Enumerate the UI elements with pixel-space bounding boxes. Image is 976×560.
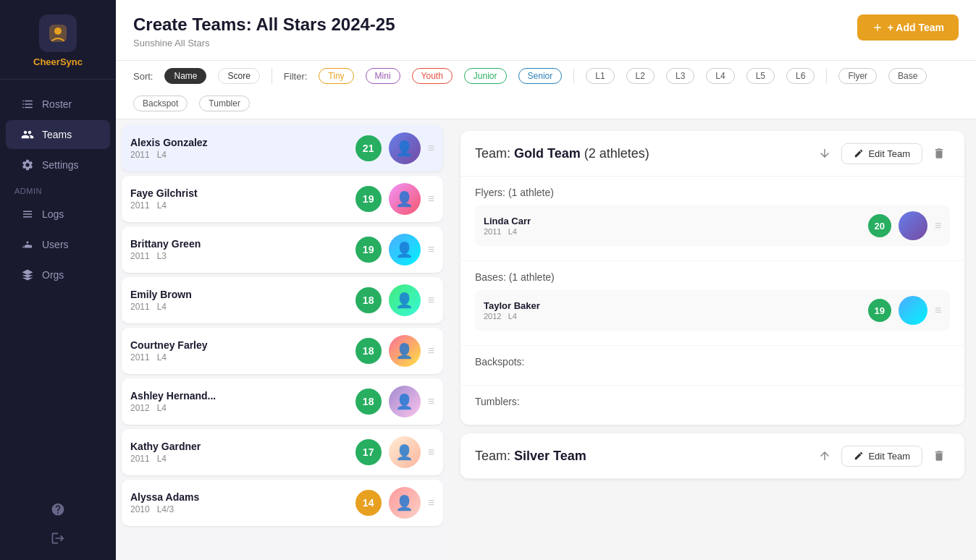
logs-icon bbox=[20, 207, 35, 221]
sort-name-btn[interactable]: Name bbox=[164, 68, 206, 84]
score-badge: 18 bbox=[356, 287, 382, 313]
drag-handle[interactable]: ≡ bbox=[428, 243, 434, 256]
athlete-name: Alyssa Adams bbox=[130, 491, 348, 503]
edit-team-button[interactable]: Edit Team bbox=[841, 446, 922, 467]
drag-handle[interactable]: ≡ bbox=[428, 192, 434, 205]
avatar: 👤 bbox=[389, 335, 421, 367]
team-arrow-btn[interactable] bbox=[814, 143, 836, 164]
position-athlete-name: Linda Carr bbox=[484, 216, 861, 226]
athlete-info: Alyssa Adams 2010 L4/3 bbox=[130, 491, 348, 514]
position-title: Backspots: bbox=[475, 356, 950, 368]
position-athlete: Linda Carr 2011 L4 20 ≡ bbox=[475, 205, 950, 246]
filter-base[interactable]: Base bbox=[888, 68, 927, 84]
drag-handle[interactable]: ≡ bbox=[428, 395, 434, 408]
team-title: Team: Silver Team bbox=[475, 449, 814, 464]
filter-flyer[interactable]: Flyer bbox=[838, 68, 877, 84]
team-card: Team: Silver Team Edit Team bbox=[460, 433, 964, 479]
drag-handle[interactable]: ≡ bbox=[428, 446, 434, 459]
filter-tiny[interactable]: Tiny bbox=[319, 68, 353, 84]
athlete-name: Emily Brown bbox=[130, 289, 348, 300]
filter-l1[interactable]: L1 bbox=[586, 68, 614, 84]
orgs-icon bbox=[20, 268, 35, 282]
filter-bar: Sort: Name Score Filter: Tiny Mini Youth… bbox=[116, 61, 976, 119]
score-badge: 19 bbox=[356, 186, 382, 212]
list-icon bbox=[20, 97, 35, 111]
sort-score-btn[interactable]: Score bbox=[218, 68, 259, 84]
help-button[interactable] bbox=[6, 496, 110, 522]
drag-handle[interactable]: ≡ bbox=[935, 304, 941, 317]
filter-l2[interactable]: L2 bbox=[626, 68, 655, 84]
avatar: 👤 bbox=[389, 386, 421, 417]
delete-team-button[interactable] bbox=[928, 143, 950, 164]
athlete-info: Emily Brown 2011 L4 bbox=[130, 289, 348, 312]
sidebar-item-logs[interactable]: Logs bbox=[6, 200, 110, 229]
athlete-card[interactable]: Alexis Gonzalez 2011 L4 21 👤 ≡ bbox=[122, 125, 443, 171]
teams-icon bbox=[20, 127, 35, 142]
filter-junior[interactable]: Junior bbox=[464, 68, 507, 84]
athlete-card[interactable]: Ashley Hernand... 2012 L4 18 👤 ≡ bbox=[122, 378, 443, 425]
sort-label: Sort: bbox=[133, 71, 153, 82]
position-athlete-name: Taylor Baker bbox=[484, 300, 861, 311]
filter-l6[interactable]: L6 bbox=[786, 68, 815, 84]
score-badge: 19 bbox=[356, 237, 382, 263]
sidebar-item-settings[interactable]: Settings bbox=[6, 150, 110, 179]
drag-handle[interactable]: ≡ bbox=[428, 496, 434, 509]
athlete-meta: 2011 L4 bbox=[130, 352, 348, 362]
avatar: 👤 bbox=[389, 183, 421, 215]
position-title: Flyers: (1 athlete) bbox=[475, 187, 950, 198]
filter-youth[interactable]: Youth bbox=[412, 68, 453, 84]
athlete-card[interactable]: Emily Brown 2011 L4 18 👤 ≡ bbox=[122, 277, 443, 323]
delete-team-button[interactable] bbox=[928, 445, 950, 467]
content-area: Alexis Gonzalez 2011 L4 21 👤 ≡ Faye Gilc… bbox=[116, 119, 976, 560]
avatar: 👤 bbox=[389, 132, 421, 164]
team-arrow-btn[interactable] bbox=[814, 445, 836, 467]
logo-icon bbox=[39, 14, 77, 52]
position-section: Bases: (1 athlete) Taylor Baker 2012 L4 … bbox=[460, 261, 964, 346]
divider2 bbox=[573, 69, 574, 83]
position-section: Backspots: bbox=[460, 346, 964, 386]
drag-handle[interactable]: ≡ bbox=[428, 344, 434, 357]
athlete-name: Faye Gilchrist bbox=[130, 187, 348, 199]
filter-l4[interactable]: L4 bbox=[706, 68, 734, 84]
sidebar-item-label: Teams bbox=[42, 129, 72, 140]
score-badge: 20 bbox=[868, 214, 891, 237]
filter-tumbler[interactable]: Tumbler bbox=[199, 96, 250, 111]
athlete-card[interactable]: Faye Gilchrist 2011 L4 19 👤 ≡ bbox=[122, 176, 443, 222]
athlete-card[interactable]: Kathy Gardner 2011 L4 17 👤 ≡ bbox=[122, 429, 443, 475]
page-header: Create Teams: All Stars 2024-25 Sunshine… bbox=[116, 0, 976, 61]
team-actions: Edit Team bbox=[814, 445, 950, 467]
team-title: Team: Gold Team (2 athletes) bbox=[475, 146, 814, 161]
drag-handle[interactable]: ≡ bbox=[935, 219, 941, 232]
athlete-name: Alexis Gonzalez bbox=[130, 137, 348, 148]
sidebar-item-users[interactable]: Users bbox=[6, 230, 110, 259]
sidebar-item-label: Logs bbox=[42, 208, 64, 220]
athlete-name: Brittany Green bbox=[130, 238, 348, 250]
team-header: Team: Silver Team Edit Team bbox=[460, 433, 964, 479]
athlete-card[interactable]: Brittany Green 2011 L3 19 👤 ≡ bbox=[122, 226, 443, 273]
athlete-info: Brittany Green 2011 L3 bbox=[130, 238, 348, 261]
athlete-card[interactable]: Courtney Farley 2011 L4 18 👤 ≡ bbox=[122, 328, 443, 374]
filter-l5[interactable]: L5 bbox=[746, 68, 775, 84]
filter-mini[interactable]: Mini bbox=[366, 68, 400, 84]
edit-team-button[interactable]: Edit Team bbox=[841, 143, 922, 164]
main-content: Create Teams: All Stars 2024-25 Sunshine… bbox=[116, 0, 976, 560]
logout-button[interactable] bbox=[6, 525, 110, 551]
sidebar: CheerSync Roster Teams Settings Admin bbox=[0, 0, 116, 560]
sidebar-item-teams[interactable]: Teams bbox=[6, 120, 110, 149]
filter-l3[interactable]: L3 bbox=[666, 68, 694, 84]
athlete-card[interactable]: Alyssa Adams 2010 L4/3 14 👤 ≡ bbox=[122, 480, 443, 526]
filter-backspot[interactable]: Backspot bbox=[133, 96, 188, 111]
sidebar-item-roster[interactable]: Roster bbox=[6, 90, 110, 119]
avatar: 👤 bbox=[389, 436, 421, 468]
sidebar-nav: Roster Teams Settings Admin Logs Users bbox=[0, 80, 116, 488]
settings-icon bbox=[20, 158, 35, 172]
filter-senior[interactable]: Senior bbox=[518, 68, 563, 84]
sidebar-item-orgs[interactable]: Orgs bbox=[6, 260, 110, 289]
teams-panel: Team: Gold Team (2 athletes) Edit Team F… bbox=[449, 119, 976, 560]
add-team-button[interactable]: + Add Team bbox=[857, 14, 959, 41]
drag-handle[interactable]: ≡ bbox=[428, 142, 434, 155]
team-header: Team: Gold Team (2 athletes) Edit Team bbox=[460, 131, 964, 177]
drag-handle[interactable]: ≡ bbox=[428, 294, 434, 307]
score-badge: 19 bbox=[868, 299, 891, 322]
position-title: Tumblers: bbox=[475, 396, 950, 407]
